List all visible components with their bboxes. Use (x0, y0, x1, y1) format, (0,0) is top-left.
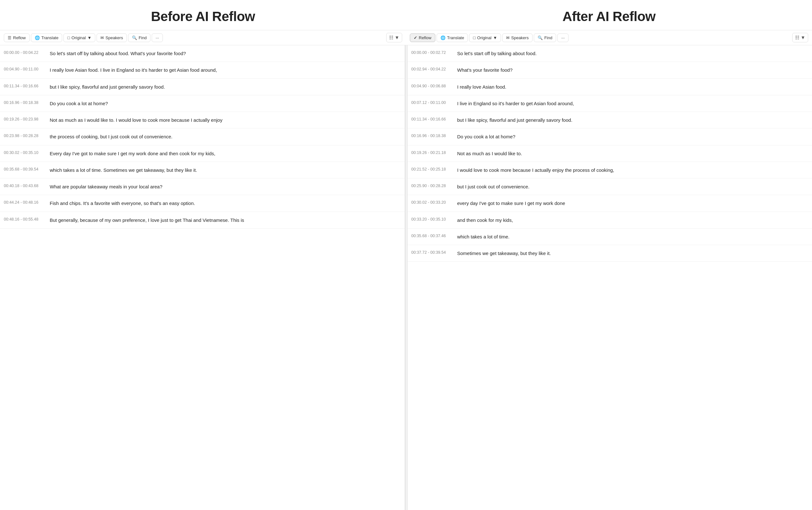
transcript-text: I really love Asian food. (457, 83, 506, 90)
table-row: 00:40.18 - 00:43.68What are popular take… (0, 178, 405, 195)
right-find-button[interactable]: 🔍 Find (534, 33, 556, 42)
table-row: 00:16.96 - 00:18.38Do you cook a lot at … (0, 95, 405, 112)
transcript-text: which takes a lot of time. (457, 233, 510, 240)
transcript-text: and then cook for my kids, (457, 217, 513, 224)
original-icon: □ (67, 35, 70, 40)
timestamp: 00:04.90 - 00:06.88 (411, 83, 453, 88)
table-row: 00:21.52 - 00:25.18I would love to cook … (408, 162, 812, 178)
panels-row: 00:00.00 - 00:04.22So let's start off by… (0, 45, 812, 510)
left-original-button[interactable]: □ Original ▼ (63, 33, 95, 42)
right-more-button[interactable]: ··· (557, 33, 569, 42)
timestamp: 00:37.72 - 00:39.54 (411, 250, 453, 255)
left-toolbar: ☰ Reflow 🌐 Translate □ Original ▼ ✉ Spea… (0, 30, 406, 45)
transcript-text: but I like spicy, flavorful and just gen… (50, 83, 165, 90)
table-row: 00:00.00 - 00:02.72So let's start off by… (408, 45, 812, 62)
timestamp: 00:19.26 - 00:23.98 (4, 116, 45, 121)
timestamp: 00:35.68 - 00:39.54 (4, 166, 45, 171)
transcript-text: I really love Asian food. I live in Engl… (50, 66, 217, 74)
layout-icon: ☷ ▼ (389, 35, 399, 40)
transcript-text: I live in England so it's harder to get … (457, 100, 574, 107)
table-row: 00:00.00 - 00:04.22So let's start off by… (0, 45, 405, 62)
left-more-button[interactable]: ··· (152, 33, 163, 42)
table-row: 00:33.20 - 00:35.10and then cook for my … (408, 212, 812, 229)
right-toolbar-wrap: ✓ Reflow 🌐 Translate □ Original ▼ ✉ Spea… (406, 30, 812, 45)
timestamp: 00:48.16 - 00:55.48 (4, 217, 45, 222)
table-row: 00:19.26 - 00:21.18Not as much as I woul… (408, 145, 812, 162)
transcript-text: but I like spicy, flavorful and just gen… (457, 116, 573, 124)
table-row: 00:02.94 - 00:04.22What's your favorite … (408, 62, 812, 78)
toolbars-row: ☰ Reflow 🌐 Translate □ Original ▼ ✉ Spea… (0, 30, 812, 45)
headers-row: Before AI Reflow After AI Reflow (0, 0, 812, 30)
transcript-text: Not as much as I would like to. I would … (50, 116, 223, 124)
timestamp: 00:25.90 - 00:28.28 (411, 183, 453, 188)
original-dropdown-icon: ▼ (87, 35, 91, 40)
timestamp: 00:11.34 - 00:16.66 (4, 83, 45, 88)
transcript-text: But generally, because of my own prefere… (50, 217, 244, 224)
table-row: 00:30.02 - 00:33.20every day I've got to… (408, 195, 812, 211)
find-icon: 🔍 (538, 35, 543, 40)
transcript-text: So let's start off by talking about food… (50, 50, 186, 57)
transcript-text: Every day I've got to make sure I get my… (50, 150, 215, 157)
table-row: 00:11.34 - 00:16.66but I like spicy, fla… (408, 112, 812, 129)
before-heading: Before AI Reflow (0, 0, 406, 30)
panel-divider (405, 45, 408, 510)
timestamp: 00:16.96 - 00:18.38 (411, 133, 453, 138)
right-original-button[interactable]: □ Original ▼ (469, 33, 501, 42)
table-row: 00:35.68 - 00:39.54which takes a lot of … (0, 162, 405, 178)
left-panel: 00:00.00 - 00:04.22So let's start off by… (0, 45, 405, 510)
left-layout-button[interactable]: ☷ ▼ (386, 33, 402, 42)
left-speakers-button[interactable]: ✉ Speakers (96, 33, 127, 42)
timestamp: 00:02.94 - 00:04.22 (411, 66, 453, 72)
transcript-text: Not as much as I would like to. (457, 150, 522, 157)
table-row: 00:48.16 - 00:55.48But generally, becaus… (0, 212, 405, 229)
left-find-button[interactable]: 🔍 Find (128, 33, 150, 42)
left-toolbar-wrap: ☰ Reflow 🌐 Translate □ Original ▼ ✉ Spea… (0, 30, 406, 45)
original-dropdown-icon: ▼ (493, 35, 497, 40)
right-layout-button[interactable]: ☷ ▼ (792, 33, 808, 42)
timestamp: 00:00.00 - 00:04.22 (4, 50, 45, 55)
right-translate-button[interactable]: 🌐 Translate (437, 33, 468, 42)
table-row: 00:11.34 - 00:16.66but I like spicy, fla… (0, 79, 405, 95)
left-translate-button[interactable]: 🌐 Translate (31, 33, 62, 42)
right-reflow-button[interactable]: ✓ Reflow (410, 33, 435, 42)
transcript-text: the process of cooking, but I just cook … (50, 133, 172, 140)
transcript-text: but I just cook out of convenience. (457, 183, 530, 190)
timestamp: 00:04.90 - 00:11.00 (4, 66, 45, 72)
timestamp: 00:23.98 - 00:28.28 (4, 133, 45, 138)
timestamp: 00:07.12 - 00:11.00 (411, 100, 453, 105)
timestamp: 00:44.24 - 00:48.16 (4, 200, 45, 205)
table-row: 00:25.90 - 00:28.28but I just cook out o… (408, 178, 812, 195)
table-row: 00:37.72 - 00:39.54Sometimes we get take… (408, 245, 812, 262)
left-reflow-button[interactable]: ☰ Reflow (4, 33, 30, 42)
table-row: 00:07.12 - 00:11.00I live in England so … (408, 95, 812, 112)
table-row: 00:04.90 - 00:06.88I really love Asian f… (408, 79, 812, 95)
table-row: 00:30.02 - 00:35.10Every day I've got to… (0, 145, 405, 162)
right-toolbar: ✓ Reflow 🌐 Translate □ Original ▼ ✉ Spea… (406, 30, 812, 45)
table-row: 00:19.26 - 00:23.98Not as much as I woul… (0, 112, 405, 129)
right-panel: 00:00.00 - 00:02.72So let's start off by… (408, 45, 812, 510)
transcript-text: What are popular takeaway meals in your … (50, 183, 163, 190)
transcript-text: Do you cook a lot at home? (457, 133, 516, 140)
check-icon: ✓ (414, 35, 417, 40)
table-row: 00:16.96 - 00:18.38Do you cook a lot at … (408, 129, 812, 145)
table-row: 00:35.68 - 00:37.46which takes a lot of … (408, 229, 812, 245)
page-container: Before AI Reflow After AI Reflow ☰ Reflo… (0, 0, 812, 510)
reflow-icon: ☰ (8, 35, 11, 40)
timestamp: 00:11.34 - 00:16.66 (411, 116, 453, 121)
translate-icon: 🌐 (35, 35, 40, 40)
transcript-text: which takes a lot of time. Sometimes we … (50, 166, 197, 174)
transcript-text: Do you cook a lot at home? (50, 100, 108, 107)
transcript-text: What's your favorite food? (457, 66, 513, 74)
speakers-icon: ✉ (506, 35, 510, 40)
find-icon: 🔍 (132, 35, 137, 40)
transcript-text: Sometimes we get takeaway, but they like… (457, 250, 551, 257)
timestamp: 00:33.20 - 00:35.10 (411, 217, 453, 222)
transcript-text: I would love to cook more because I actu… (457, 166, 614, 174)
timestamp: 00:40.18 - 00:43.68 (4, 183, 45, 188)
translate-icon: 🌐 (440, 35, 445, 40)
speakers-icon: ✉ (100, 35, 104, 40)
transcript-text: Fish and chips. It's a favorite with eve… (50, 200, 195, 207)
right-speakers-button[interactable]: ✉ Speakers (502, 33, 532, 42)
layout-icon: ☷ ▼ (795, 35, 805, 40)
table-row: 00:44.24 - 00:48.16Fish and chips. It's … (0, 195, 405, 211)
